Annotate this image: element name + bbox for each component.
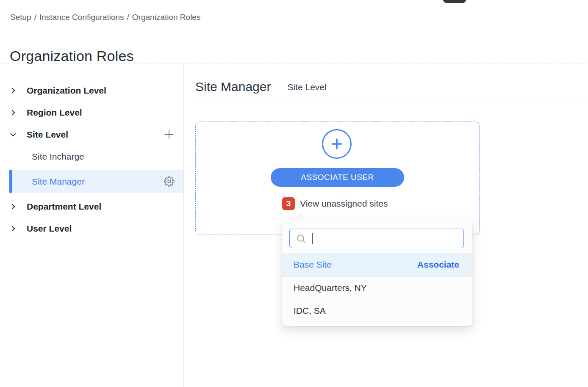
add-role-icon[interactable] xyxy=(163,129,175,141)
breadcrumb-item-organization-roles: Organization Roles xyxy=(132,13,201,22)
unassigned-label: View unassigned sites xyxy=(300,199,388,209)
sidebar-item-organization-level[interactable]: Organization Level xyxy=(0,83,183,98)
site-name: Base Site xyxy=(294,260,332,270)
sidebar-item-site-manager[interactable]: Site Manager xyxy=(9,170,183,193)
main-divider xyxy=(195,102,588,102)
site-name: IDC, SA xyxy=(294,306,326,316)
site-list-item-headquarters-ny[interactable]: HeadQuarters, NY xyxy=(282,276,472,299)
sidebar-item-department-level[interactable]: Department Level xyxy=(0,199,183,214)
view-unassigned-sites[interactable]: 3 View unassigned sites xyxy=(282,197,388,210)
sidebar-item-label: Department Level xyxy=(27,202,101,212)
associate-link[interactable]: Associate xyxy=(417,260,459,270)
site-search-input[interactable] xyxy=(313,229,463,248)
search-icon xyxy=(296,233,306,244)
main-header: Site Manager Site Level xyxy=(195,80,327,94)
breadcrumb-separator: / xyxy=(34,13,36,22)
sidebar-item-region-level[interactable]: Region Level xyxy=(0,105,183,120)
breadcrumb-item-instance-configurations[interactable]: Instance Configurations xyxy=(39,13,124,22)
breadcrumb-item-setup[interactable]: Setup xyxy=(10,13,31,22)
breadcrumb: Setup/Instance Configurations/Organizati… xyxy=(10,13,200,22)
site-search-box[interactable] xyxy=(289,229,464,248)
chevron-right-icon[interactable] xyxy=(9,225,17,232)
chevron-right-icon[interactable] xyxy=(9,109,17,116)
gear-icon[interactable] xyxy=(164,176,175,187)
sidebar: Organization Level Region Level Site Lev… xyxy=(0,64,184,387)
site-name: HeadQuarters, NY xyxy=(294,283,367,293)
chevron-down-icon[interactable] xyxy=(9,131,17,138)
sidebar-item-label: Region Level xyxy=(27,108,82,118)
sidebar-item-label: Organization Level xyxy=(27,86,106,96)
unassigned-sites-popup: Base Site Associate HeadQuarters, NY IDC… xyxy=(282,219,472,326)
chevron-right-icon[interactable] xyxy=(9,87,17,94)
site-list-item-idc-sa[interactable]: IDC, SA xyxy=(282,299,472,322)
sidebar-item-site-incharge[interactable]: Site Incharge xyxy=(0,149,183,164)
page-title: Organization Roles xyxy=(10,48,134,64)
sidebar-item-label: User Level xyxy=(27,224,72,234)
sidebar-item-site-level[interactable]: Site Level xyxy=(0,127,183,142)
associate-user-button[interactable]: ASSOCIATE USER xyxy=(271,168,404,187)
unassigned-count-badge: 3 xyxy=(282,197,295,210)
sidebar-item-label: Site Manager xyxy=(32,177,85,187)
sidebar-item-label: Site Incharge xyxy=(32,152,84,162)
site-list-item-base-site[interactable]: Base Site Associate xyxy=(282,253,472,276)
heading-divider xyxy=(279,81,279,93)
sidebar-item-user-level[interactable]: User Level xyxy=(0,221,183,236)
selected-indicator-bar xyxy=(9,170,12,193)
chevron-right-icon[interactable] xyxy=(9,203,17,210)
circle-plus-icon[interactable] xyxy=(322,129,352,159)
breadcrumb-separator: / xyxy=(127,13,129,22)
role-heading: Site Manager xyxy=(195,80,271,94)
role-level-subheading: Site Level xyxy=(287,82,326,92)
cropped-tooltip xyxy=(443,0,466,3)
sidebar-item-label: Site Level xyxy=(27,130,68,140)
